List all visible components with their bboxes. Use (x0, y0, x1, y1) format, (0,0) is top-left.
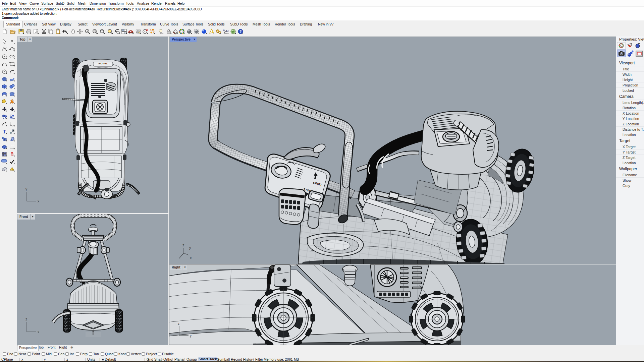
svg-text:z: z (25, 317, 27, 321)
svg-text:T: T (3, 129, 6, 134)
svg-text:z: z (182, 243, 184, 247)
svg-text:?: ? (239, 29, 242, 34)
svg-text:x: x (190, 256, 192, 260)
svg-text:z: z (178, 322, 179, 325)
svg-text:y: y (190, 334, 192, 338)
svg-text:x: x (38, 330, 39, 334)
svg-text:TALON: TALON (98, 62, 107, 65)
svg-text:x: x (38, 199, 39, 203)
svg-text:y: y (189, 246, 191, 250)
svg-text:y: y (25, 187, 27, 191)
